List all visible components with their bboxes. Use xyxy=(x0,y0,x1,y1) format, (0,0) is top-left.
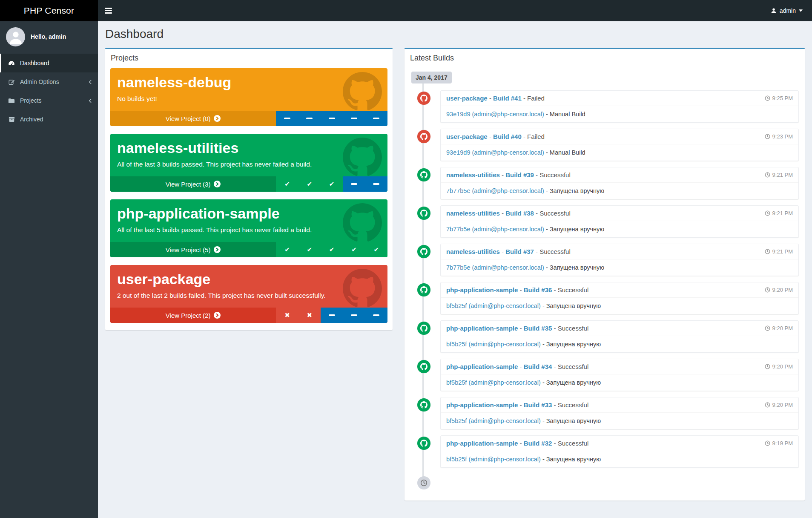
project-card: php-application-sampleAll of the last 5 … xyxy=(110,199,387,257)
build-number-link[interactable]: Build #35 xyxy=(524,325,552,332)
commit-link[interactable]: 93e19d9 (admin@php-censor.local) xyxy=(446,149,544,156)
build-number-link[interactable]: Build #38 xyxy=(505,210,534,217)
commit-link[interactable]: 7b77b5e (admin@php-censor.local) xyxy=(446,226,544,233)
build-project-link[interactable]: nameless-utilities xyxy=(446,210,500,217)
build-card: php-application-sample - Build #34 - Suc… xyxy=(440,359,799,391)
pencil-square-icon xyxy=(8,79,15,85)
build-card-header: nameless-utilities - Build #37 - Success… xyxy=(441,244,798,259)
build-note: Manual Build xyxy=(550,111,585,118)
separator: - xyxy=(552,440,557,447)
github-icon xyxy=(417,207,430,220)
commit-link[interactable]: bf5b25f (admin@php-censor.local) xyxy=(446,379,541,386)
hamburger-icon[interactable] xyxy=(98,0,118,21)
build-status-box-success[interactable] xyxy=(298,242,321,257)
check-icon xyxy=(307,246,313,253)
build-number-link[interactable]: Build #34 xyxy=(524,363,552,370)
build-status-box-success[interactable] xyxy=(343,242,365,257)
commit-link[interactable]: 7b77b5e (admin@php-censor.local) xyxy=(446,264,544,271)
arrow-circle-right-icon xyxy=(214,181,221,187)
commit-link[interactable]: bf5b25f (admin@php-censor.local) xyxy=(446,302,541,309)
build-status-text: Failed xyxy=(527,133,545,140)
separator: - xyxy=(518,363,523,370)
build-timeline-item: php-application-sample - Build #33 - Suc… xyxy=(410,397,799,429)
build-project-link[interactable]: nameless-utilities xyxy=(446,171,500,178)
build-timeline-item: nameless-utilities - Build #39 - Success… xyxy=(410,167,799,199)
sidebar-item-archived[interactable]: Archived xyxy=(0,110,98,129)
view-project-button[interactable]: View Project (0) xyxy=(110,111,276,126)
build-project-link[interactable]: user-package xyxy=(446,95,488,102)
build-status-box-success[interactable] xyxy=(321,176,343,192)
build-note: Запущена вручную xyxy=(550,187,604,194)
build-number-link[interactable]: Build #36 xyxy=(524,286,552,294)
build-timeline-item: nameless-utilities - Build #38 - Success… xyxy=(410,205,799,238)
sidebar-item-projects[interactable]: Projects xyxy=(0,91,98,110)
clock-icon xyxy=(765,287,770,293)
build-project-link[interactable]: php-application-sample xyxy=(446,363,518,370)
build-time: 9:20 PM xyxy=(765,287,793,293)
user-dropdown[interactable]: admin xyxy=(765,0,809,21)
separator: - xyxy=(541,302,546,309)
build-title: user-package - Build #41 - Failed xyxy=(446,95,545,102)
build-project-link[interactable]: php-application-sample xyxy=(446,401,518,409)
build-time-label: 9:19 PM xyxy=(772,440,793,446)
dash-icon xyxy=(351,183,357,185)
project-card: nameless-debugNo builds yet!View Project… xyxy=(110,68,387,126)
build-status-text: Successful xyxy=(558,363,589,370)
build-project-link[interactable]: php-application-sample xyxy=(446,286,518,294)
build-timeline-item: php-application-sample - Build #35 - Suc… xyxy=(410,320,799,353)
separator: - xyxy=(522,95,527,102)
build-project-link[interactable]: php-application-sample xyxy=(446,325,518,332)
commit-link[interactable]: bf5b25f (admin@php-censor.local) xyxy=(446,456,541,463)
build-project-link[interactable]: user-package xyxy=(446,133,488,140)
sidebar-item-admin-options[interactable]: Admin Options xyxy=(0,72,98,91)
check-icon xyxy=(329,180,335,188)
project-card-footer: View Project (0) xyxy=(110,111,387,126)
timeline-date-label: Jan 4, 2017 xyxy=(411,72,452,83)
sidebar-item-dashboard[interactable]: Dashboard xyxy=(0,54,98,72)
build-status-box-failed[interactable] xyxy=(276,308,298,323)
view-project-button[interactable]: View Project (3) xyxy=(110,176,276,192)
build-status-box-success[interactable] xyxy=(276,242,298,257)
github-icon xyxy=(417,245,430,258)
build-status-text: Successful xyxy=(558,325,589,332)
github-icon xyxy=(343,138,382,177)
build-card-body: 93e19d9 (admin@php-censor.local) - Manua… xyxy=(441,106,798,122)
build-project-link[interactable]: nameless-utilities xyxy=(446,248,500,255)
timeline-end-clock-icon xyxy=(417,476,430,489)
separator: - xyxy=(541,456,546,463)
view-project-button[interactable]: View Project (5) xyxy=(110,242,276,257)
check-icon xyxy=(374,246,379,253)
build-number-link[interactable]: Build #32 xyxy=(524,440,552,447)
project-name: user-package xyxy=(117,271,381,288)
build-time-label: 9:20 PM xyxy=(772,325,793,331)
project-name: nameless-utilities xyxy=(117,140,381,156)
separator: - xyxy=(518,325,523,332)
github-icon xyxy=(417,322,430,335)
commit-link[interactable]: bf5b25f (admin@php-censor.local) xyxy=(446,417,541,424)
commit-link[interactable]: bf5b25f (admin@php-censor.local) xyxy=(446,341,541,348)
separator: - xyxy=(534,210,539,217)
archive-icon xyxy=(8,117,15,122)
view-project-button[interactable]: View Project (2) xyxy=(110,308,276,323)
project-card: nameless-utilitiesAll of the last 3 buil… xyxy=(110,134,387,192)
separator: - xyxy=(522,133,527,140)
build-number-link[interactable]: Build #41 xyxy=(493,95,522,102)
arrow-circle-right-icon xyxy=(214,246,221,253)
build-number-link[interactable]: Build #39 xyxy=(505,171,534,178)
commit-link[interactable]: 93e19d9 (admin@php-censor.local) xyxy=(446,111,544,118)
build-number-link[interactable]: Build #37 xyxy=(505,248,534,255)
build-status-text: Successful xyxy=(539,248,571,255)
build-number-link[interactable]: Build #40 xyxy=(493,133,522,140)
page-title: Dashboard xyxy=(105,27,805,41)
build-note: Запущена вручную xyxy=(546,302,601,309)
build-status-box-success[interactable] xyxy=(321,242,343,257)
build-status-box-success[interactable] xyxy=(298,176,321,192)
build-status-text: Successful xyxy=(558,440,589,447)
build-status-box-success[interactable] xyxy=(276,176,298,192)
build-status-box-failed[interactable] xyxy=(298,308,321,323)
commit-link[interactable]: 7b77b5e (admin@php-censor.local) xyxy=(446,187,544,194)
build-status-box-success[interactable] xyxy=(365,242,387,257)
build-number-link[interactable]: Build #33 xyxy=(524,401,552,409)
build-project-link[interactable]: php-application-sample xyxy=(446,440,518,447)
brand-logo[interactable]: PHP Censor xyxy=(0,0,98,21)
